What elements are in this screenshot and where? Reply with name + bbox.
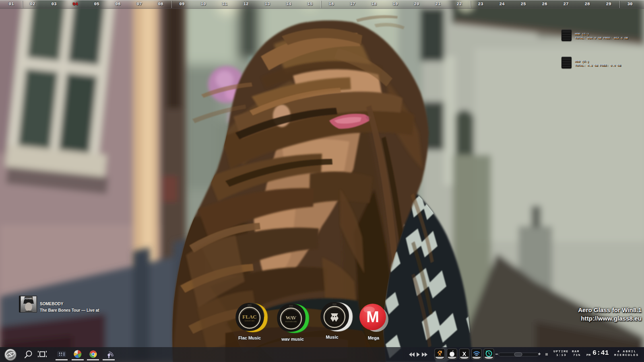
svg-text:M: M: [366, 309, 379, 325]
svg-text:S: S: [9, 352, 12, 358]
svg-text:LOSSLESS CODE: LOSSLESS CODE: [245, 320, 255, 322]
svg-text:FLAC: FLAC: [242, 314, 256, 320]
svg-text:X: X: [462, 351, 466, 357]
svg-text:WAVEFORM AUDIO: WAVEFORM AUDIO: [285, 321, 297, 323]
svg-text:WAV: WAV: [286, 315, 297, 321]
svg-text:ADAMS: ADAMS: [25, 297, 33, 300]
